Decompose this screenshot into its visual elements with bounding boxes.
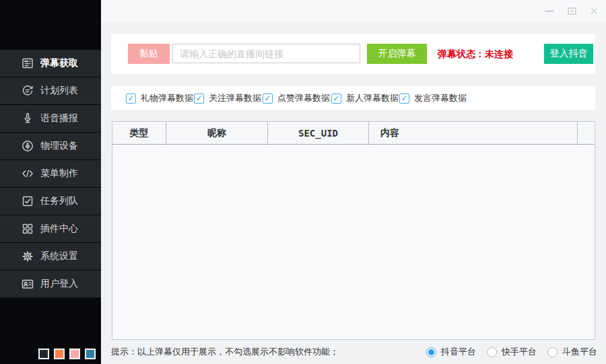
filters-bar: ✓ 礼物弹幕数据 ✓ 关注弹幕数据 ✓ 点赞弹幕数据 ✓ 新人弹幕数据 ✓ 发言… bbox=[111, 86, 595, 110]
tip-text: 提示：以上弹幕仅用于展示，不勾选展示不影响软件功能； bbox=[111, 340, 339, 364]
login-douyin-button[interactable]: 登入抖音 bbox=[544, 44, 593, 64]
filter-like-danmaku[interactable]: ✓ 点赞弹幕数据 bbox=[263, 86, 330, 110]
radio-unselected-icon bbox=[487, 347, 497, 357]
gear-icon bbox=[21, 250, 34, 263]
platform-douyin[interactable]: 抖音平台 bbox=[426, 340, 476, 364]
platform-label: 快手平台 bbox=[502, 346, 537, 358]
close-button[interactable]: ✕ bbox=[588, 6, 599, 17]
sidebar-item-label: 计划列表 bbox=[40, 85, 78, 97]
sidebar: 弹幕获取 计划列表 语音播报 物理设备 bbox=[0, 0, 101, 364]
theme-swatch-orange[interactable] bbox=[54, 349, 65, 359]
code-brackets-icon bbox=[21, 167, 34, 180]
platform-douyu[interactable]: 斗鱼平台 bbox=[547, 340, 597, 364]
sidebar-item-label: 用户登入 bbox=[40, 278, 78, 290]
filter-chat-danmaku[interactable]: ✓ 发言弹幕数据 bbox=[399, 86, 467, 110]
grid-squares-icon bbox=[21, 222, 34, 235]
sidebar-item-label: 插件中心 bbox=[40, 223, 78, 235]
column-header-type: 类型 bbox=[112, 122, 166, 144]
main-area: ✕ 黏贴 开启弹幕 弹幕状态：未连接 登入抖音 ✓ 礼物弹幕数据 ✓ 关注弹幕数… bbox=[101, 0, 606, 364]
close-icon: ✕ bbox=[590, 6, 599, 16]
column-header-content: 内容 bbox=[369, 122, 578, 144]
column-header-secuid: SEC_UID bbox=[268, 122, 369, 144]
checkbox-task-icon bbox=[21, 194, 34, 208]
filter-label: 点赞弹幕数据 bbox=[277, 92, 330, 104]
filter-gift-danmaku[interactable]: ✓ 礼物弹幕数据 bbox=[126, 86, 193, 110]
sidebar-item-plugin-center[interactable]: 插件中心 bbox=[0, 215, 101, 242]
checkbox-checked-icon: ✓ bbox=[399, 94, 409, 104]
platform-label: 抖音平台 bbox=[441, 346, 476, 358]
filter-label: 关注弹幕数据 bbox=[209, 92, 261, 104]
danmaku-table: 类型 昵称 SEC_UID 内容 bbox=[112, 121, 595, 340]
status-value: 未连接 bbox=[485, 48, 513, 59]
filter-label: 礼物弹幕数据 bbox=[141, 92, 193, 104]
microphone-icon bbox=[21, 112, 34, 125]
theme-swatch-blue[interactable] bbox=[85, 349, 96, 359]
theme-swatch-pink[interactable] bbox=[69, 349, 80, 359]
checkbox-checked-icon: ✓ bbox=[126, 94, 136, 104]
theme-swatches bbox=[38, 349, 96, 359]
filter-label: 发言弹幕数据 bbox=[414, 92, 467, 104]
maximize-icon bbox=[568, 7, 576, 15]
maximize-button[interactable] bbox=[566, 6, 577, 17]
plan-list-icon bbox=[21, 84, 34, 98]
status-label: 弹幕状态： bbox=[438, 48, 485, 59]
sidebar-item-label: 系统设置 bbox=[40, 250, 78, 262]
sidebar-item-label: 任务列队 bbox=[40, 195, 78, 207]
device-mic-icon bbox=[21, 139, 34, 153]
sidebar-item-plan-list[interactable]: 计划列表 bbox=[0, 77, 101, 104]
checkbox-checked-icon: ✓ bbox=[263, 94, 273, 104]
column-header-scrollbar-spacer bbox=[578, 122, 595, 144]
sidebar-item-physical-device[interactable]: 物理设备 bbox=[0, 133, 101, 159]
sidebar-item-menu-maker[interactable]: 菜单制作 bbox=[0, 160, 101, 187]
sidebar-item-user-login[interactable]: 用户登入 bbox=[0, 270, 101, 297]
sidebar-item-label: 弹幕获取 bbox=[40, 57, 78, 69]
checkbox-checked-icon: ✓ bbox=[331, 94, 341, 104]
sidebar-item-label: 物理设备 bbox=[40, 140, 78, 152]
sidebar-item-system-settings[interactable]: 系统设置 bbox=[0, 243, 101, 270]
sidebar-item-label: 菜单制作 bbox=[40, 168, 78, 180]
filter-newcomer-danmaku[interactable]: ✓ 新人弹幕数据 bbox=[331, 86, 399, 110]
titlebar: ✕ bbox=[101, 0, 606, 22]
sidebar-item-task-queue[interactable]: 任务列队 bbox=[0, 188, 101, 215]
start-danmaku-button[interactable]: 开启弹幕 bbox=[367, 44, 427, 64]
checkbox-checked-icon: ✓ bbox=[194, 94, 204, 104]
theme-swatch-dark[interactable] bbox=[38, 349, 49, 359]
table-header: 类型 昵称 SEC_UID 内容 bbox=[112, 122, 595, 145]
sidebar-menu: 弹幕获取 计划列表 语音播报 物理设备 bbox=[0, 50, 101, 298]
danmaku-status: 弹幕状态：未连接 bbox=[438, 44, 513, 64]
minimize-button[interactable] bbox=[544, 6, 555, 17]
radio-selected-icon bbox=[426, 347, 436, 357]
filter-follow-danmaku[interactable]: ✓ 关注弹幕数据 bbox=[194, 86, 261, 110]
danmaku-list-icon bbox=[21, 57, 34, 70]
minimize-icon bbox=[545, 10, 554, 12]
table-body-empty bbox=[112, 145, 595, 339]
platform-kuaishou[interactable]: 快手平台 bbox=[487, 340, 537, 364]
room-link-input[interactable] bbox=[172, 44, 360, 63]
sidebar-item-danmaku-fetch[interactable]: 弹幕获取 bbox=[0, 50, 101, 77]
platform-label: 斗鱼平台 bbox=[562, 346, 597, 358]
sidebar-item-voice-broadcast[interactable]: 语音播报 bbox=[0, 105, 101, 132]
id-card-icon bbox=[21, 277, 34, 291]
sidebar-item-label: 语音播报 bbox=[40, 112, 78, 124]
paste-button[interactable]: 黏贴 bbox=[128, 44, 170, 64]
filter-label: 新人弹幕数据 bbox=[346, 92, 399, 104]
column-header-nickname: 昵称 bbox=[166, 122, 268, 144]
connection-toolbar: 黏贴 开启弹幕 弹幕状态：未连接 登入抖音 bbox=[111, 34, 595, 74]
app-window: 弹幕获取 计划列表 语音播报 物理设备 bbox=[0, 0, 606, 364]
window-controls: ✕ bbox=[544, 0, 599, 22]
radio-unselected-icon bbox=[547, 347, 558, 357]
